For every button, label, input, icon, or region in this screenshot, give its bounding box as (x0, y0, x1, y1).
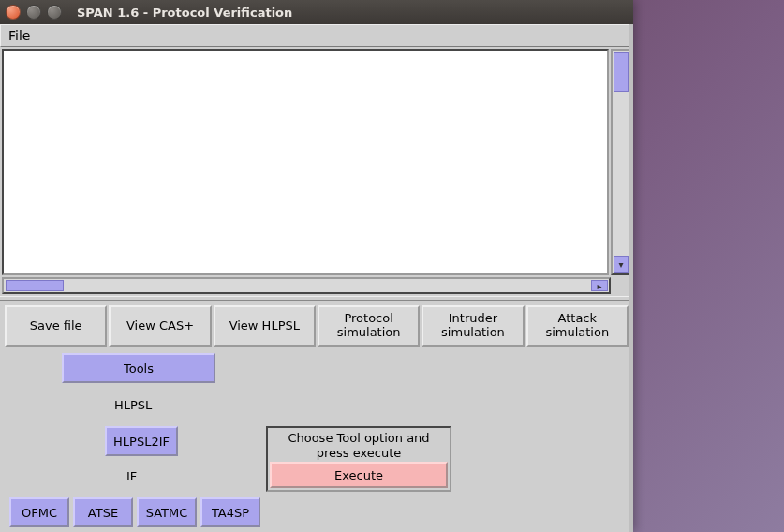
desktop-background: SPAN 1.6 - Protocol Verification File ▾ … (0, 0, 784, 532)
menubar: File (0, 24, 633, 47)
view-hlpsl-button[interactable]: View HLPSL (214, 305, 316, 347)
tools-header: Tools (62, 353, 215, 383)
hlpsl-label: HLPSL (114, 398, 152, 412)
close-icon[interactable] (6, 5, 21, 20)
app-window: SPAN 1.6 - Protocol Verification File ▾ … (0, 0, 633, 532)
hlpsl2if-button[interactable]: HLPSL2IF (105, 426, 178, 456)
if-label: IF (126, 469, 137, 483)
attack-simulation-button[interactable]: Attack simulation (526, 305, 629, 347)
titlebar[interactable]: SPAN 1.6 - Protocol Verification (0, 0, 633, 24)
execute-prompt: Choose Tool option and press execute (270, 430, 448, 462)
menu-file[interactable]: File (5, 28, 34, 43)
editor-textarea[interactable] (4, 51, 607, 273)
maximize-icon[interactable] (47, 5, 62, 20)
main-toolbar: Save file View CAS+ View HLPSL Protocol … (0, 301, 633, 349)
protocol-simulation-button[interactable]: Protocol simulation (318, 305, 420, 347)
chevron-down-icon[interactable]: ▾ (614, 256, 629, 273)
hscroll-thumb[interactable] (6, 280, 64, 291)
execute-button[interactable]: Execute (270, 462, 448, 488)
execute-panel: Choose Tool option and press execute Exe… (266, 426, 451, 492)
save-file-button[interactable]: Save file (5, 305, 107, 347)
window-title: SPAN 1.6 - Protocol Verification (77, 6, 292, 20)
minimize-icon[interactable] (26, 5, 41, 20)
tools-panel: Tools HLPSL HLPSL2IF IF OFMC ATSE SATMC … (0, 349, 633, 532)
satmc-button[interactable]: SATMC (137, 497, 197, 527)
ta4sp-button[interactable]: TA4SP (200, 497, 260, 527)
chevron-right-icon[interactable]: ▸ (591, 280, 608, 291)
window-resize-edge[interactable] (629, 24, 633, 532)
horizontal-scrollbar[interactable]: ▸ (2, 277, 611, 294)
view-cas-button[interactable]: View CAS+ (109, 305, 211, 347)
intruder-simulation-button[interactable]: Intruder simulation (422, 305, 524, 347)
atse-button[interactable]: ATSE (73, 497, 133, 527)
ofmc-button[interactable]: OFMC (9, 497, 69, 527)
editor-area[interactable] (2, 49, 609, 275)
vscroll-thumb[interactable] (614, 52, 629, 92)
